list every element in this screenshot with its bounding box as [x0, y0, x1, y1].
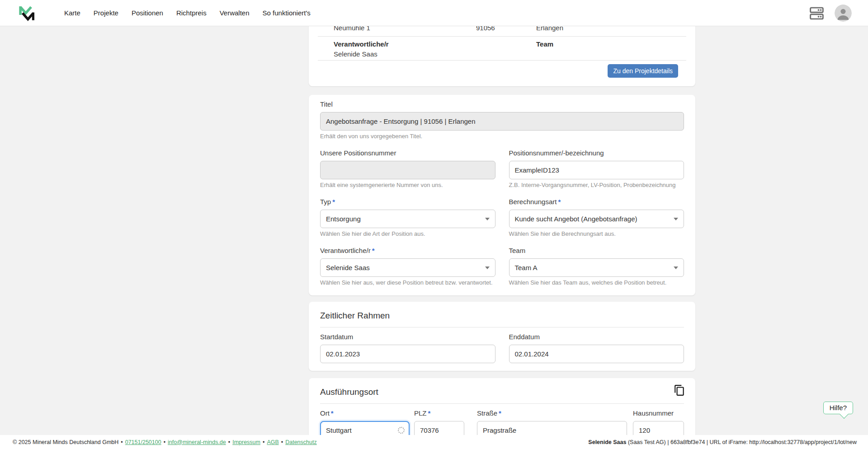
timeframe-title: Zeitlicher Rahmen — [320, 311, 684, 321]
spinner-icon — [398, 427, 405, 434]
strasse-label: Straße* — [477, 409, 627, 417]
required-mark: * — [372, 247, 375, 254]
required-mark: * — [558, 198, 561, 206]
nav-item-positionen[interactable]: Positionen — [132, 9, 163, 17]
nav-item-richtpreis[interactable]: Richtpreis — [176, 9, 207, 17]
verantwortlicher-label: Verantwortliche/r* — [320, 247, 495, 255]
footer-copyright: © 2025 Mineral Minds Deutschland GmbH — [13, 439, 118, 445]
responsible-value: Selenide Saas — [334, 50, 377, 58]
footer: © 2025 Mineral Minds Deutschland GmbH•07… — [0, 435, 868, 449]
footer-left: © 2025 Mineral Minds Deutschland GmbH•07… — [13, 439, 317, 445]
startdatum-input[interactable] — [320, 345, 495, 363]
footer-separator: • — [164, 439, 165, 445]
position-number-input[interactable] — [509, 161, 684, 179]
timeframe-card: Zeitlicher Rahmen Startdatum Enddatum — [309, 302, 695, 371]
berechnungsart-helper: Wählen Sie hier die Berechnungsart aus. — [509, 230, 684, 238]
divider — [320, 403, 684, 404]
our-number-input — [320, 161, 495, 179]
field-team: Team Team A Wählen Sie hier das Team aus… — [509, 247, 684, 286]
nav-item-so-funktionierts[interactable]: So funktioniert's — [263, 9, 311, 17]
position-number-helper: Z.B. Interne-Vorgangsnummer, LV-Position… — [509, 182, 684, 189]
logo-mm-check-icon — [17, 5, 34, 22]
divider — [318, 36, 686, 37]
field-titel: Titel Erhält den von uns vorgegebenen Ti… — [320, 100, 684, 140]
footer-email-link[interactable]: info@mineral-minds.de — [168, 439, 226, 445]
execution-location-title: Ausführungsort — [320, 387, 684, 397]
team-label: Team — [536, 40, 553, 48]
typ-label: Typ* — [320, 198, 495, 206]
titel-label: Titel — [320, 100, 684, 108]
team-helper: Wählen Sie hier das Team aus, welches di… — [509, 279, 684, 286]
footer-separator: • — [281, 439, 283, 445]
footer-phone-link[interactable]: 07151/250100 — [125, 439, 161, 445]
startdatum-label: Startdatum — [320, 333, 495, 341]
field-our-number: Unsere Positionsnummer Erhält eine syste… — [320, 149, 495, 189]
chevron-down-icon — [674, 218, 678, 220]
app-root: Karte Projekte Positionen Richtpreis Ver… — [0, 0, 868, 449]
footer-agb-link[interactable]: AGB — [267, 439, 278, 445]
plz-label: PLZ* — [414, 409, 464, 417]
verantwortlicher-select-value: Selenide Saas — [326, 264, 370, 271]
berechnungsart-select-value: Kunde sucht Angebot (Angebotsanfrage) — [515, 215, 637, 223]
field-berechnungsart: Berechnungsart* Kunde sucht Angebot (Ang… — [509, 198, 684, 238]
typ-select-value: Entsorgung — [326, 215, 361, 223]
footer-impressum-link[interactable]: Impressum — [232, 439, 260, 445]
help-button[interactable]: Hilfe? — [823, 402, 853, 414]
typ-helper: Wählen Sie hier die Art der Position aus… — [320, 230, 495, 238]
titel-input — [320, 112, 684, 131]
team-select-label: Team — [509, 247, 684, 255]
field-verantwortlicher: Verantwortliche/r* Selenide Saas Wählen … — [320, 247, 495, 286]
our-number-helper: Erhält eine systemgenerierte Nummer von … — [320, 182, 495, 189]
verantwortlicher-select[interactable]: Selenide Saas — [320, 258, 495, 277]
nav-item-projekte[interactable]: Projekte — [94, 9, 118, 17]
brand-logo[interactable] — [17, 4, 35, 22]
required-mark: * — [331, 409, 334, 417]
footer-separator: • — [228, 439, 230, 445]
footer-user-name: Selenide Saas — [588, 439, 626, 445]
field-startdatum: Startdatum — [320, 333, 495, 363]
team-select[interactable]: Team A — [509, 258, 684, 277]
enddatum-input[interactable] — [509, 345, 684, 363]
team-select-value: Team A — [515, 264, 538, 271]
position-number-label: Positionsnummer/-bezeichnung — [509, 149, 684, 157]
user-menu-button[interactable] — [835, 5, 852, 22]
copy-icon — [674, 384, 685, 396]
divider — [320, 327, 684, 327]
ort-label: Ort* — [320, 409, 410, 417]
typ-select[interactable]: Entsorgung — [320, 210, 495, 228]
required-mark: * — [499, 409, 501, 417]
chevron-down-icon — [674, 267, 678, 269]
footer-datenschutz-link[interactable]: Datenschutz — [285, 439, 316, 445]
enddatum-label: Enddatum — [509, 333, 684, 341]
nav-item-karte[interactable]: Karte — [64, 9, 80, 17]
footer-separator: • — [121, 439, 123, 445]
project-details-button[interactable]: Zu den Projektdetails — [608, 64, 678, 78]
server-icon-button[interactable] — [809, 5, 825, 21]
berechnungsart-select[interactable]: Kunde sucht Angebot (Angebotsanfrage) — [509, 210, 684, 228]
required-mark: * — [332, 198, 335, 206]
field-position-number: Positionsnummer/-bezeichnung Z.B. Intern… — [509, 149, 684, 189]
required-mark: * — [428, 409, 431, 417]
top-navbar: Karte Projekte Positionen Richtpreis Ver… — [0, 0, 868, 26]
divider — [318, 60, 686, 61]
footer-right: Selenide Saas (Saas Test AG) | 663a8fbf3… — [588, 439, 857, 445]
footer-session-info: (Saas Test AG) | 663a8fbf3e74 | URL of i… — [628, 439, 857, 445]
nav-links: Karte Projekte Positionen Richtpreis Ver… — [64, 9, 311, 17]
nav-item-verwalten[interactable]: Verwalten — [220, 9, 250, 17]
avatar-icon — [835, 5, 852, 22]
server-icon — [809, 5, 825, 21]
responsible-label: Verantwortliche/r — [334, 40, 389, 48]
position-form-card: Titel Erhält den von uns vorgegebenen Ti… — [309, 95, 695, 295]
our-number-label: Unsere Positionsnummer — [320, 149, 495, 157]
titel-helper: Erhält den von uns vorgegebenen Titel. — [320, 133, 684, 140]
field-typ: Typ* Entsorgung Wählen Sie hier die Art … — [320, 198, 495, 238]
field-enddatum: Enddatum — [509, 333, 684, 363]
chevron-down-icon — [485, 267, 490, 269]
navbar-right — [809, 0, 852, 26]
verantwortlicher-helper: Wählen Sie hier aus, wer diese Position … — [320, 279, 495, 286]
berechnungsart-label: Berechnungsart* — [509, 198, 684, 206]
copy-address-button[interactable] — [674, 384, 685, 398]
hausnummer-label: Hausnummer — [633, 409, 684, 417]
chevron-down-icon — [485, 218, 490, 220]
footer-separator: • — [263, 439, 264, 445]
